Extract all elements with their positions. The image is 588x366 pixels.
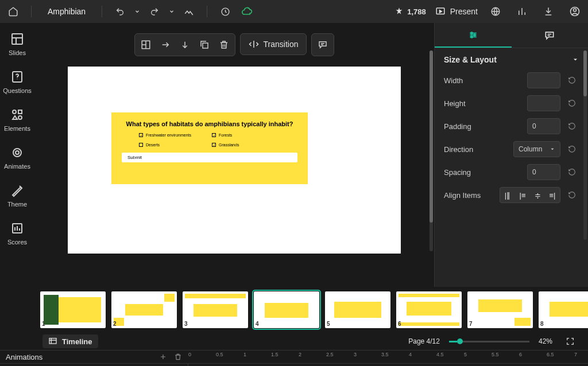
quiz-option[interactable]: ✓Freshwater environments bbox=[139, 133, 207, 137]
reset-padding[interactable] bbox=[565, 119, 579, 133]
reset-width[interactable] bbox=[565, 73, 579, 87]
analytics-button[interactable] bbox=[513, 3, 531, 20]
account-button[interactable] bbox=[566, 3, 583, 20]
label-spacing: Spacing bbox=[444, 168, 527, 177]
slide-thumbnail[interactable]: 2 bbox=[111, 291, 177, 328]
svg-point-17 bbox=[471, 36, 473, 37]
svg-point-15 bbox=[471, 32, 473, 34]
tree-row[interactable]: Group 1 bbox=[0, 364, 188, 366]
input-spacing[interactable] bbox=[527, 164, 560, 180]
status-bar: Timeline Page 4/12 42% bbox=[0, 333, 588, 350]
redo-button[interactable] bbox=[146, 3, 163, 20]
align-middle[interactable]: ≑ bbox=[530, 188, 545, 203]
reset-spacing[interactable] bbox=[565, 165, 579, 179]
layout-button[interactable] bbox=[136, 35, 156, 54]
align-center[interactable]: |≡ bbox=[515, 188, 530, 203]
timeline-tracks[interactable] bbox=[188, 364, 588, 366]
inspector-scrollbar[interactable] bbox=[583, 50, 587, 240]
input-height[interactable] bbox=[527, 95, 560, 111]
svg-point-11 bbox=[16, 151, 19, 154]
align-end[interactable]: ≡| bbox=[545, 188, 560, 203]
redo-dropdown[interactable] bbox=[168, 3, 176, 20]
duplicate-button[interactable] bbox=[195, 35, 214, 54]
svg-point-9 bbox=[18, 116, 22, 119]
label-width: Width bbox=[444, 76, 527, 85]
transition-button[interactable]: Transition bbox=[240, 33, 307, 55]
svg-rect-5 bbox=[12, 34, 22, 44]
delete-button[interactable] bbox=[214, 35, 234, 54]
quiz-option[interactable]: ✓Grasslands bbox=[212, 143, 280, 147]
quiz-option[interactable]: ✓Forests bbox=[212, 133, 280, 137]
timeline-toggle[interactable]: Timeline bbox=[42, 334, 98, 348]
zoom-slider[interactable] bbox=[449, 341, 529, 342]
svg-point-7 bbox=[13, 110, 16, 114]
slide-thumbnail[interactable]: 4 bbox=[254, 291, 319, 328]
slide-thumbnail[interactable]: 3 bbox=[183, 291, 248, 328]
timeline-ruler[interactable]: 00.511.522.533.544.555.566.57 bbox=[188, 350, 588, 364]
reset-align[interactable] bbox=[565, 188, 579, 202]
label-align: Align Items bbox=[444, 191, 500, 200]
zoom-value: 42% bbox=[539, 337, 552, 345]
inspector-tab-design[interactable] bbox=[435, 24, 512, 48]
inspector-tab-comments[interactable] bbox=[512, 24, 589, 47]
svg-point-10 bbox=[13, 149, 21, 157]
rail-animates[interactable]: Animates bbox=[0, 146, 34, 170]
slide-thumbnail[interactable]: 7 bbox=[467, 291, 533, 328]
reset-direction[interactable] bbox=[565, 142, 579, 156]
topbar: Amphibian 1,788 Present bbox=[0, 0, 588, 23]
svg-rect-14 bbox=[203, 43, 208, 48]
align-buttons: |‖ |≡ ≑ ≡| bbox=[500, 187, 560, 203]
slide-thumbnail[interactable]: 8 bbox=[539, 291, 588, 328]
label-direction: Direction bbox=[444, 145, 513, 154]
slide-canvas[interactable]: What types of habitats do amphibians typ… bbox=[68, 67, 401, 254]
page-indicator: Page 4/12 bbox=[408, 337, 440, 345]
label-height: Height bbox=[444, 99, 527, 108]
home-button[interactable] bbox=[5, 3, 22, 20]
input-width[interactable] bbox=[527, 72, 560, 88]
fit-screen-button[interactable] bbox=[562, 333, 579, 350]
present-button[interactable]: Present bbox=[435, 6, 478, 17]
arrow-down-button[interactable] bbox=[175, 35, 195, 54]
quiz-option[interactable]: Deserts bbox=[139, 143, 207, 147]
credits-value: 1,788 bbox=[407, 7, 426, 16]
history-button[interactable] bbox=[216, 3, 234, 20]
canvas-toolbar: Transition bbox=[134, 33, 335, 56]
download-button[interactable] bbox=[540, 3, 557, 20]
canvas-area: Transition What types of habitats do amp… bbox=[34, 23, 434, 287]
select-direction[interactable]: Column bbox=[513, 141, 560, 157]
rail-slides[interactable]: Slides bbox=[0, 32, 34, 56]
image-button[interactable] bbox=[180, 3, 198, 20]
arrow-right-button[interactable] bbox=[156, 35, 175, 54]
slide-thumbnail[interactable]: 6 bbox=[396, 291, 462, 328]
rail-theme[interactable]: Theme bbox=[0, 184, 34, 208]
quiz-question[interactable]: What types of habitats do amphibians typ… bbox=[122, 120, 297, 127]
submit-button[interactable]: Submit bbox=[122, 153, 297, 162]
slide-thumbnail[interactable]: 5 bbox=[325, 291, 390, 328]
undo-dropdown[interactable] bbox=[133, 3, 141, 20]
comment-button[interactable] bbox=[313, 35, 332, 54]
canvas-scrollbar[interactable] bbox=[430, 50, 433, 251]
timeline-panel: Animations 00.511.522.533.544.555.566.57… bbox=[0, 350, 588, 366]
rail-elements[interactable]: Elements bbox=[0, 108, 34, 132]
svg-point-4 bbox=[574, 9, 577, 11]
credits-counter[interactable]: 1,788 bbox=[394, 7, 426, 16]
rail-scores[interactable]: Scores bbox=[0, 221, 34, 246]
publish-button[interactable] bbox=[487, 3, 504, 20]
inspector-panel: Size & Layout Width Height Padding Direc… bbox=[434, 23, 588, 287]
align-start[interactable]: |‖ bbox=[500, 188, 515, 203]
chevron-down-icon bbox=[572, 56, 579, 63]
svg-point-16 bbox=[474, 34, 475, 36]
rail-questions[interactable]: Questions bbox=[0, 70, 34, 94]
reset-height[interactable] bbox=[565, 96, 579, 110]
cloud-sync-icon[interactable] bbox=[238, 3, 256, 20]
add-animation-button[interactable] bbox=[157, 351, 169, 363]
slide-thumbnail[interactable]: 1 bbox=[40, 291, 106, 328]
project-title[interactable]: Amphibian bbox=[41, 7, 92, 16]
svg-rect-18 bbox=[49, 338, 56, 344]
delete-animation-button[interactable] bbox=[172, 351, 184, 363]
quiz-block[interactable]: What types of habitats do amphibians typ… bbox=[111, 112, 308, 184]
label-padding: Padding bbox=[444, 122, 527, 131]
undo-button[interactable] bbox=[111, 3, 129, 20]
input-padding[interactable] bbox=[527, 118, 560, 134]
section-size-layout[interactable]: Size & Layout bbox=[444, 55, 579, 64]
